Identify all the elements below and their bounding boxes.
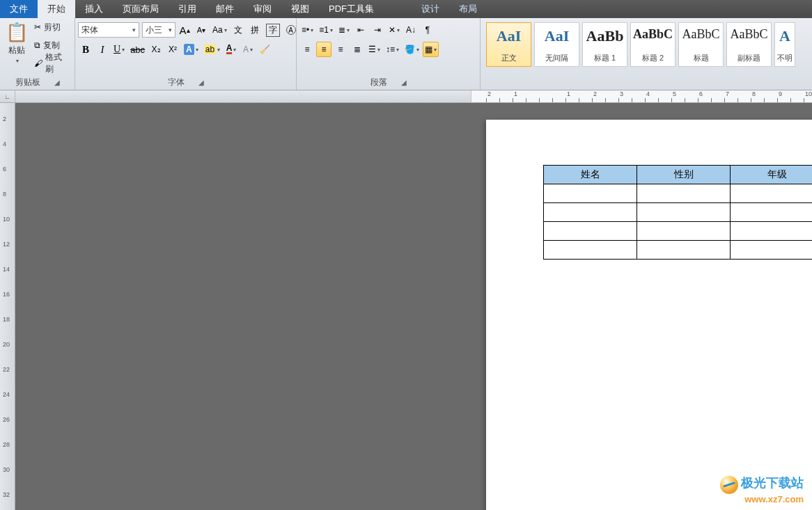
char-shading-button[interactable]: A — [240, 42, 256, 57]
borders-button[interactable]: ▦ — [423, 42, 439, 57]
cell[interactable] — [731, 203, 813, 222]
format-painter-button[interactable]: 🖌格式刷 — [32, 56, 71, 71]
phonetic-guide-button[interactable]: 文 — [231, 22, 246, 38]
align-left-button[interactable]: ≡ — [299, 42, 315, 57]
ruler-corner[interactable]: ∟ — [0, 90, 15, 102]
th-gender[interactable]: 性别 — [637, 166, 731, 184]
pinyin-button[interactable]: 拼 — [247, 22, 263, 38]
highlight-icon: ab — [204, 45, 216, 54]
multilevel-icon: ≣ — [338, 25, 345, 35]
bullets-button[interactable]: ≡• — [299, 22, 315, 38]
tab-review[interactable]: 审阅 — [244, 0, 281, 18]
strike-button[interactable]: abc — [128, 42, 147, 57]
tab-table-design[interactable]: 设计 — [412, 0, 449, 18]
cut-button[interactable]: ✂剪切 — [32, 19, 71, 35]
cell[interactable] — [544, 184, 637, 203]
shrink-font-button[interactable]: A▾ — [194, 22, 209, 38]
multilevel-button[interactable]: ≣ — [336, 22, 352, 38]
cell[interactable] — [544, 203, 637, 222]
enclose-icon: A — [286, 25, 296, 35]
cell[interactable] — [637, 222, 731, 241]
italic-button[interactable]: I — [95, 42, 110, 57]
numbering-button[interactable]: ≡1 — [317, 22, 335, 38]
underline-button[interactable]: U — [111, 42, 127, 57]
ruler-h-track[interactable]: 211234567891011 — [15, 90, 812, 102]
line-spacing-button[interactable]: ↕≡ — [384, 42, 401, 57]
align-right-icon: ≡ — [338, 45, 343, 54]
tab-view[interactable]: 视图 — [281, 0, 319, 18]
tab-page-layout[interactable]: 页面布局 — [113, 0, 169, 18]
para-launcher[interactable]: ◢ — [401, 79, 407, 86]
char-border-button[interactable]: 字 — [264, 22, 282, 38]
align-center-icon: ≡ — [321, 45, 326, 54]
th-grade[interactable]: 年级 — [731, 166, 813, 184]
watermark-url: www.xz7.com — [720, 494, 804, 504]
bold-button[interactable]: B — [78, 42, 93, 57]
cell[interactable] — [637, 241, 731, 260]
tab-home[interactable]: 开始 — [38, 0, 75, 18]
wen-icon: 文 — [234, 24, 242, 36]
clipboard-launcher[interactable]: ◢ — [54, 79, 60, 86]
style-name: 正文 — [501, 53, 517, 63]
font-size-combo[interactable]: 小三 — [142, 22, 175, 38]
cell[interactable] — [637, 203, 731, 222]
ruler-horizontal: ∟ 211234567891011 — [0, 90, 812, 103]
style-heading1[interactable]: AaBb标题 1 — [582, 22, 627, 67]
font-launcher[interactable]: ◢ — [198, 79, 204, 86]
subscript-button[interactable]: X₂ — [148, 42, 164, 57]
tab-mail[interactable]: 邮件 — [206, 0, 244, 18]
tab-references[interactable]: 引用 — [169, 0, 206, 18]
style-subtitle[interactable]: AaBbC副标题 — [726, 22, 772, 67]
cell[interactable] — [731, 222, 813, 241]
shading-button[interactable]: 🪣 — [403, 42, 421, 57]
style-no-spacing[interactable]: AaI无间隔 — [534, 22, 579, 67]
style-prev: AaBbC — [633, 27, 673, 42]
distribute-button[interactable]: ☰ — [366, 42, 382, 57]
cell[interactable] — [544, 241, 637, 260]
tab-file[interactable]: 文件 — [0, 0, 38, 18]
tab-table-layout[interactable]: 布局 — [449, 0, 487, 18]
sort-icon: A↓ — [406, 25, 416, 35]
copy-button[interactable]: ⧉复制 — [32, 38, 71, 53]
document-canvas[interactable]: 姓名 性别 年级 极光下载站 www.xz7.com — [15, 103, 812, 510]
tab-pdf-tools[interactable]: PDF工具集 — [319, 0, 384, 18]
style-name: 标题 1 — [594, 53, 616, 63]
font-size-value: 小三 — [146, 24, 162, 36]
style-more[interactable]: A不明 — [774, 22, 795, 67]
font-name-combo[interactable]: 宋体 — [78, 22, 139, 38]
font-color-button[interactable]: A — [224, 42, 239, 57]
inc-indent-button[interactable]: ⇥ — [370, 22, 385, 38]
style-prev: AaI — [497, 27, 521, 45]
dec-indent-button[interactable]: ⇤ — [353, 22, 368, 38]
tab-insert[interactable]: 插入 — [75, 0, 113, 18]
clear-format-button[interactable]: 🧹 — [257, 42, 272, 57]
document-table[interactable]: 姓名 性别 年级 — [543, 165, 812, 260]
style-body[interactable]: AaI正文 — [486, 22, 531, 67]
th-name[interactable]: 姓名 — [544, 166, 637, 184]
text-direction-button[interactable]: ✕ — [387, 22, 402, 38]
sort-button[interactable]: A↓ — [403, 22, 419, 38]
style-title[interactable]: AaBbC标题 — [678, 22, 724, 67]
highlight-button[interactable]: ab — [202, 42, 222, 57]
cell[interactable] — [544, 222, 637, 241]
justify-button[interactable]: ≣ — [350, 42, 365, 57]
cell[interactable] — [637, 184, 731, 203]
grow-font-button[interactable]: A▴ — [177, 22, 192, 38]
style-name: 标题 2 — [642, 53, 664, 63]
style-heading2[interactable]: AaBbC标题 2 — [630, 22, 676, 67]
change-case-button[interactable]: Aa — [210, 22, 229, 38]
cell[interactable] — [731, 184, 813, 203]
style-name: 标题 — [694, 53, 709, 63]
distribute-icon: ☰ — [368, 45, 376, 54]
ruler-vertical[interactable]: 2468101214161820222426283032 — [0, 103, 15, 510]
cell[interactable] — [731, 241, 813, 260]
bullets-icon: ≡• — [302, 25, 309, 35]
shrink-a-icon: A — [197, 26, 202, 34]
superscript-button[interactable]: X² — [165, 42, 180, 57]
align-center-button[interactable]: ≡ — [316, 42, 331, 57]
text-effects-button[interactable]: A — [182, 42, 201, 57]
paste-button[interactable]: 📋 粘贴 — [3, 19, 31, 65]
linespace-icon: ↕≡ — [386, 45, 395, 54]
show-marks-button[interactable]: ¶ — [420, 22, 435, 38]
align-right-button[interactable]: ≡ — [333, 42, 348, 57]
